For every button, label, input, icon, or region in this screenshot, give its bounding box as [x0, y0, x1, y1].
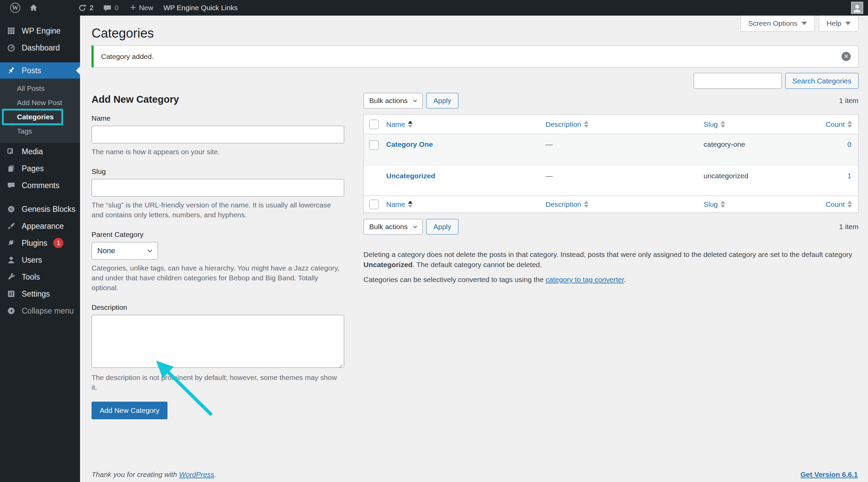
- sidebar-item-all-posts[interactable]: All Posts: [0, 81, 80, 96]
- select-all-checkbox[interactable]: [369, 120, 379, 129]
- screen-options-button[interactable]: Screen Options: [741, 16, 815, 32]
- column-label: Slug: [704, 120, 718, 128]
- column-label: Slug: [704, 200, 718, 208]
- category-description: —: [546, 172, 704, 180]
- description-textarea[interactable]: [92, 315, 344, 368]
- sort-asc-icon: [584, 201, 589, 204]
- wordpress-admin-page: W 2 0 + New: [0, 0, 868, 482]
- search-categories-button[interactable]: Search Categories: [785, 73, 859, 89]
- category-name-link[interactable]: Uncategorized: [386, 172, 546, 180]
- sort-by-slug-header[interactable]: Slug: [704, 120, 824, 128]
- sort-desc-icon: [408, 205, 413, 208]
- updates-button[interactable]: 2: [78, 0, 94, 16]
- sidebar-item-pages[interactable]: Pages: [0, 160, 80, 177]
- help-button[interactable]: Help: [819, 16, 859, 32]
- categories-table: Name Description Slug Count: [363, 114, 859, 213]
- dismiss-notice-icon[interactable]: ✕: [842, 52, 851, 61]
- select-all-checkbox[interactable]: [369, 200, 379, 209]
- admin-bar-right: [851, 2, 863, 14]
- sidebar-item-comments[interactable]: Comments: [0, 177, 80, 194]
- new-content-button[interactable]: + New: [130, 0, 153, 16]
- sort-by-slug-header[interactable]: Slug: [704, 200, 824, 208]
- category-count-link[interactable]: 1: [847, 172, 858, 180]
- user-avatar[interactable]: [851, 2, 863, 14]
- sort-by-name-header[interactable]: Name: [386, 120, 546, 128]
- table-row: Category One — category-one 0: [364, 134, 858, 165]
- apply-button[interactable]: Apply: [426, 219, 458, 235]
- sort-icons: [584, 201, 589, 208]
- sidebar-item-settings[interactable]: Settings: [0, 285, 80, 302]
- bulk-actions-select[interactable]: Bulk actions: [363, 93, 423, 108]
- category-name-input[interactable]: [92, 126, 344, 143]
- sort-desc-icon: [847, 205, 852, 208]
- items-count: 1 item: [839, 223, 859, 231]
- wordpress-logo-icon[interactable]: W: [10, 3, 20, 13]
- sort-by-name-header[interactable]: Name: [386, 200, 546, 208]
- sidebar-label: Collapse menu: [22, 306, 74, 316]
- sidebar-item-add-new-post[interactable]: Add New Post: [0, 96, 80, 110]
- name-help-text: The name is how it appears on your site.: [92, 147, 344, 157]
- pages-icon: [6, 164, 16, 173]
- sidebar-item-users[interactable]: Users: [0, 252, 80, 268]
- comments-moderation-button[interactable]: 0: [103, 0, 119, 16]
- row-checkbox[interactable]: [369, 140, 379, 150]
- sort-by-description-header[interactable]: Description: [546, 200, 704, 208]
- sidebar-item-wp-engine[interactable]: WP Engine: [0, 22, 80, 39]
- form-heading: Add New Category: [92, 93, 344, 105]
- collapse-menu-button[interactable]: Collapse menu: [0, 302, 80, 319]
- site-home-button[interactable]: [29, 0, 38, 16]
- category-slug: uncategorized: [704, 172, 824, 180]
- chevron-down-icon: [802, 22, 807, 25]
- apply-button[interactable]: Apply: [426, 93, 458, 108]
- comment-bubble-icon: [6, 181, 16, 189]
- sort-icons: [847, 121, 852, 128]
- updates-count: 2: [90, 4, 94, 12]
- wp-engine-quick-links[interactable]: WP Engine Quick Links: [163, 0, 238, 16]
- add-category-form: Add New Category Name The name is how it…: [92, 73, 344, 419]
- sidebar-item-categories[interactable]: Categories: [0, 110, 80, 124]
- sort-icons: [584, 121, 589, 128]
- parent-category-select[interactable]: None: [92, 242, 158, 260]
- sidebar-item-tags[interactable]: Tags: [0, 124, 80, 138]
- sidebar-item-appearance[interactable]: Appearance: [0, 218, 80, 235]
- sidebar-label: WP Engine: [22, 26, 61, 36]
- category-count-link[interactable]: 0: [847, 140, 858, 148]
- category-name-link[interactable]: Category One: [386, 140, 546, 148]
- sort-desc-icon: [408, 125, 413, 128]
- sort-asc-icon: [847, 121, 852, 124]
- category-to-tag-converter-link[interactable]: category to tag converter: [546, 276, 624, 283]
- admin-bar-left: W 2 0 + New: [0, 0, 238, 16]
- converter-note: Categories can be selectively converted …: [363, 275, 859, 285]
- sidebar-label: Comments: [22, 181, 59, 190]
- add-new-category-button[interactable]: Add New Category: [92, 402, 167, 419]
- sort-desc-icon: [847, 125, 852, 128]
- category-slug-input[interactable]: [92, 179, 344, 197]
- column-label: Name: [386, 200, 405, 208]
- sort-by-description-header[interactable]: Description: [546, 120, 704, 128]
- sidebar-item-tools[interactable]: Tools: [0, 268, 80, 285]
- sidebar-label: Media: [22, 147, 43, 156]
- dashboard-gauge-icon: [6, 43, 16, 52]
- submenu-label: All Posts: [17, 84, 45, 93]
- sort-asc-icon: [721, 121, 725, 124]
- category-description: —: [546, 140, 704, 148]
- sidebar-item-media[interactable]: Media: [0, 143, 80, 160]
- wordpress-link[interactable]: WordPress: [179, 470, 214, 478]
- svg-text:G: G: [10, 207, 13, 211]
- pushpin-icon: [6, 66, 16, 75]
- get-version-link[interactable]: Get Version 6.6.1: [801, 470, 858, 479]
- bulk-actions-select[interactable]: Bulk actions: [363, 219, 423, 235]
- sidebar-item-genesis-blocks[interactable]: G Genesis Blocks: [0, 201, 80, 218]
- sidebar-item-dashboard[interactable]: Dashboard: [0, 39, 80, 56]
- sort-asc-icon: [408, 201, 413, 204]
- sort-icons: [721, 201, 725, 208]
- search-categories-input[interactable]: [694, 73, 782, 89]
- sort-by-count-header[interactable]: Count: [826, 120, 858, 128]
- bulk-actions-value: Bulk actions: [369, 97, 408, 105]
- footer-text: .: [214, 470, 216, 478]
- sort-by-count-header[interactable]: Count: [826, 200, 858, 208]
- items-count: 1 item: [839, 97, 859, 105]
- sidebar-item-plugins[interactable]: Plugins 1: [0, 235, 80, 252]
- sidebar-item-posts[interactable]: Posts: [0, 62, 80, 79]
- plugins-update-badge: 1: [53, 238, 63, 248]
